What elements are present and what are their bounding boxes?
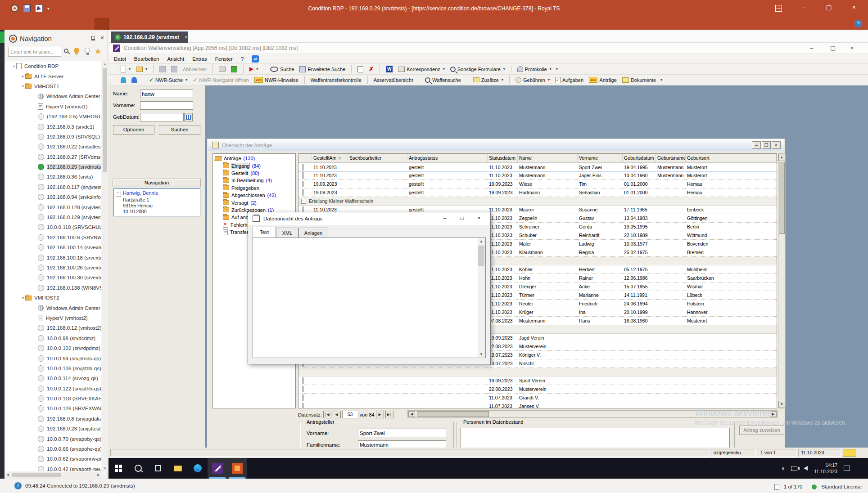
toolbar-overflow-icon[interactable]: ▾ <box>660 78 662 82</box>
server-tree-item[interactable]: 10.0.0.118 (SRVEXKASSE) <box>5 394 101 403</box>
folder-tree-item[interactable]: Gestellt (80) <box>213 170 295 177</box>
scroll-down-icon[interactable]: ▼ <box>478 352 485 356</box>
notification-center-icon[interactable] <box>844 466 850 471</box>
ribbon-tab[interactable] <box>54 18 68 30</box>
delete-button[interactable]: ✗ <box>367 65 375 73</box>
server-tree-item[interactable]: 192.168.0.8 (srvjagdakade <box>5 414 101 424</box>
expander-icon[interactable]: ▾ <box>21 296 25 300</box>
server-tree-item[interactable]: 192.168.0.22 (srvsqltest) <box>5 142 101 152</box>
server-tree-item[interactable]: Windows Admin Center V <box>5 91 101 101</box>
server-tree-item[interactable]: 192.168.0.36 (srvts) <box>5 172 101 182</box>
minimize-button[interactable]: – <box>797 4 810 11</box>
server-tree-item[interactable]: 192.168.100.14 (srvextest0 <box>5 242 101 252</box>
server-tree-item[interactable]: 10.0.0.122 (srvjsthh-qs) <box>5 384 101 394</box>
tray-expand-icon[interactable]: ∧ <box>781 466 785 471</box>
child-close-button[interactable]: × <box>772 141 781 149</box>
menu-extras[interactable]: Extras <box>192 56 207 62</box>
app-close-button[interactable]: × <box>850 45 854 51</box>
folder-tree-item[interactable]: Freigegeben <box>213 184 295 192</box>
scroll-up-icon[interactable]: ▲ <box>102 62 108 66</box>
nwr-suche-button[interactable]: ✓NWR-Suche▾ <box>147 76 189 84</box>
dialog-minimize-button[interactable]: – <box>436 212 453 225</box>
teamviewer-icon[interactable]: ⇄ <box>252 55 259 63</box>
ribbon-tab[interactable] <box>95 18 109 30</box>
menu-datei[interactable]: Datei <box>114 56 126 62</box>
table-row[interactable]: 19.09.2023 gestellt 19.09.2023 Wiese Tim… <box>298 180 777 188</box>
properties-button[interactable] <box>356 65 365 73</box>
volume-icon[interactable] <box>804 466 808 471</box>
table-group-row[interactable]: − <box>298 368 777 376</box>
pin-icon[interactable] <box>91 36 95 40</box>
table-row[interactable]: 22.08.2023 Musterverein <box>298 385 777 394</box>
scroll-up-icon[interactable]: ▲ <box>778 154 785 161</box>
xml-content-view[interactable]: ▲ ▼ <box>253 238 486 358</box>
korrespondenz-button[interactable]: Korrespondenz▾ <box>396 66 447 73</box>
expander-icon[interactable]: ▾ <box>12 64 16 68</box>
bulb-off-icon[interactable] <box>85 48 90 53</box>
edge-browser-icon[interactable] <box>188 458 208 479</box>
search-input[interactable] <box>8 47 61 57</box>
server-tree-item[interactable]: 192.168.0.28 (srvjsttest) <box>5 424 101 434</box>
new-button[interactable]: ▾ <box>119 65 132 73</box>
antrag-zuweisen-button[interactable]: Antrag zuweisen <box>739 426 784 435</box>
antragsteller-vorname-input[interactable] <box>358 429 446 437</box>
taskbar-search-icon[interactable] <box>128 458 148 479</box>
word-button[interactable]: W <box>384 65 394 73</box>
first-record-button[interactable]: ∣◀ <box>323 411 331 418</box>
scroll-left-icon[interactable]: ◀ <box>6 473 9 477</box>
waffentransferkontrolle-button[interactable]: Waffentransferkontrolle <box>309 76 363 84</box>
network-icon[interactable] <box>791 466 797 471</box>
person-name[interactable]: Hartwig, Dennis <box>123 190 158 196</box>
ribbon-tab[interactable] <box>27 18 41 30</box>
server-tree-item[interactable]: 10.0.0.62 (srvaponrw-pilot <box>5 454 101 464</box>
person-result-card[interactable]: Hartwig, Dennis Hartstraße 1 93155 Hemau… <box>113 188 200 216</box>
prev-record-button[interactable]: ◀ <box>333 411 341 418</box>
menu-bearbeiten[interactable]: Bearbeiten <box>134 56 159 62</box>
start-button[interactable] <box>108 458 128 479</box>
server-tree-item[interactable]: HyperV (vmhost1) <box>5 102 101 112</box>
scroll-down-icon[interactable]: ▼ <box>778 401 785 408</box>
server-tree-item[interactable]: (192.168.0.5) VMHOST1 <box>5 112 101 121</box>
table-group-row[interactable]: − Erteilung Kleiner Waffenschein <box>298 197 777 206</box>
scroll-left-icon[interactable]: ◀ <box>408 411 415 417</box>
erweiterte-suche-button[interactable]: Erweiterte Suche <box>298 65 347 73</box>
nav-vertical-scrollbar[interactable]: ▲ ▼ <box>102 61 108 471</box>
server-tree-item[interactable]: 10.0.0.106 (srvjstbb-qs) <box>5 363 101 373</box>
folder-tree-item[interactable]: In Bearbeitung (4) <box>213 177 295 184</box>
person-button[interactable] <box>130 76 139 84</box>
print-button[interactable] <box>217 66 227 72</box>
waffensuche-button[interactable]: Waffensuche <box>423 76 463 84</box>
table-row[interactable]: 11.10.2023 gestellt 11.10.2023 Musterman… <box>298 163 777 171</box>
dialog-titlebar[interactable]: Datenansicht des Antrags – □ × <box>248 212 490 225</box>
print-preview-button[interactable] <box>229 65 239 73</box>
server-tree-item[interactable]: 192.168.0.12 (vmhost2) <box>5 323 101 333</box>
table-row[interactable]: 19.09.2023 Sport Verein <box>298 376 777 385</box>
connection-tab[interactable]: × 192.168.0.29 (srvdmsts) × <box>111 31 188 43</box>
zusaetze-button[interactable]: Zusätze▾ <box>471 76 505 84</box>
server-tree-item[interactable]: 192.168.0.29 (srvdmsts) <box>5 162 101 172</box>
waffenverwaltung-app-icon[interactable] <box>208 458 227 479</box>
server-tree-item[interactable]: 192.168.100.18 (srvextest0 <box>5 252 101 262</box>
dokumente-button[interactable]: Dokumente <box>620 76 658 84</box>
panel-close-icon[interactable]: × <box>100 34 104 41</box>
table-vertical-scrollbar[interactable]: ▲ ▼ <box>778 153 786 408</box>
suchen-button[interactable]: Suchen <box>159 125 200 134</box>
server-tree-item[interactable]: 192.168.0.9 (SRVSQL) <box>5 132 101 142</box>
aufgaben-button[interactable]: Aufgaben <box>553 76 585 84</box>
nwr-hinweise-button[interactable]: 209NWR-Hinweise <box>253 76 300 84</box>
bulb-on-icon[interactable] <box>74 48 79 53</box>
collapse-icon[interactable]: − <box>301 199 306 204</box>
tab-text[interactable]: Text <box>253 227 276 238</box>
server-tree-item[interactable]: 192.168.0.3 (srvdc1) <box>5 121 101 131</box>
person-headset-button[interactable] <box>119 76 128 84</box>
maximize-button[interactable]: ▢ <box>822 4 836 11</box>
server-tree-item[interactable]: 192.168.0.138 (WIN8VSC) <box>5 283 101 293</box>
asservatuebersicht-button[interactable]: Asservatübersicht <box>372 76 415 84</box>
save-button[interactable] <box>158 65 167 73</box>
suche-button[interactable]: Suche <box>268 66 296 73</box>
ribbon-tab[interactable] <box>0 18 14 30</box>
tab-close-icon[interactable]: × <box>185 34 188 40</box>
navigation-section-header[interactable]: Navigation <box>113 179 201 187</box>
record-number[interactable]: 53 <box>342 411 358 418</box>
table-row[interactable]: 11.10.2023 gestellt 11.10.2023 Musterman… <box>298 171 777 180</box>
